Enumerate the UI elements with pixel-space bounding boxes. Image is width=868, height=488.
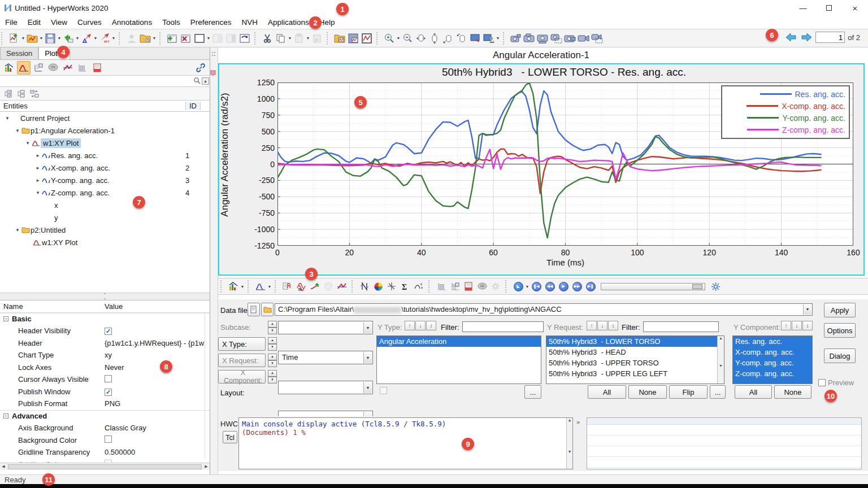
curve-math-icon[interactable] (412, 280, 426, 293)
layout-grid-icon[interactable] (448, 280, 462, 293)
load-file-icon[interactable] (248, 303, 260, 316)
y-request-more-button[interactable]: ... (710, 385, 726, 399)
tree-row[interactable]: ▾ Current Project (0, 112, 210, 124)
list-item[interactable]: 50th% Hybrid3 - HEAD (546, 347, 724, 358)
cursor-always-visible-checkbox[interactable] (105, 375, 112, 382)
props-group-advanced[interactable]: −Advanced (0, 410, 210, 422)
swap-window-icon[interactable] (238, 32, 251, 45)
sort-list-icon[interactable]: ↕ (426, 321, 436, 330)
uncheck-all-icon[interactable] (16, 89, 26, 98)
delete-page-icon[interactable] (179, 32, 193, 45)
user-page-icon[interactable]: 1 (482, 32, 496, 45)
pin-panel-icon[interactable] (210, 70, 218, 77)
prop-row[interactable]: Chart Typexy (0, 349, 210, 361)
capture-region-icon[interactable] (550, 32, 563, 45)
menu-annotations[interactable]: Annotations (107, 17, 157, 28)
matrix-icon[interactable] (76, 61, 89, 75)
video-capture-icon[interactable] (577, 32, 591, 45)
x-component-spinner[interactable]: ▲▼ (268, 370, 277, 384)
panel-handle[interactable]: •••• (210, 47, 218, 474)
rewind-icon[interactable]: ◀◀ (543, 280, 557, 293)
expander-icon[interactable]: ▸ (35, 165, 41, 171)
y-type-list[interactable]: Angular Acceleration (376, 336, 541, 384)
color-palette-icon[interactable] (371, 280, 385, 293)
sort-asc-icon[interactable]: ↑ (405, 321, 415, 330)
console-side-table[interactable] (587, 417, 862, 469)
console-output[interactable]: Main console display active (Tcl8.5.9 / … (238, 417, 573, 469)
x-request-spinner[interactable]: ▲▼ (268, 354, 277, 367)
add-curve-icon[interactable] (308, 280, 322, 293)
sort-list-icon[interactable]: ↕ (802, 321, 813, 330)
panel-splitter[interactable]: ⌃⌄ (0, 293, 210, 300)
data-file-dropdown-icon[interactable]: ▼ (803, 304, 811, 315)
y-type-more-button[interactable]: ... (524, 385, 541, 399)
capture-window-icon[interactable] (536, 32, 550, 45)
menu-view[interactable]: View (46, 17, 72, 28)
sort-desc-icon[interactable]: ↓ (792, 321, 802, 330)
x-type-spinner[interactable]: ▲▼ (268, 337, 277, 351)
open-recent-icon[interactable] (138, 32, 152, 45)
x-component-toggle[interactable]: X Component: (218, 370, 266, 384)
open-session-icon[interactable] (25, 32, 39, 45)
sum-icon[interactable]: Σ (398, 280, 412, 293)
menu-tools[interactable]: Tools (157, 17, 185, 28)
expander-icon[interactable]: ▸ (35, 177, 41, 183)
expander-icon[interactable]: ▾ (25, 140, 31, 146)
menu-curves[interactable]: Curves (72, 17, 107, 28)
y-component-list[interactable]: Res. ang. acc. X-comp. ang. acc. Y-comp.… (732, 336, 813, 384)
properties-hscrollbar[interactable]: ◀▶ (0, 463, 210, 470)
page-number-input[interactable] (815, 32, 845, 43)
paste-special-icon[interactable] (310, 32, 324, 45)
list-item[interactable]: Z-comp. ang. acc. (733, 368, 812, 379)
expander-icon[interactable]: ▾ (15, 128, 20, 133)
expander-icon[interactable]: ▾ (35, 190, 41, 195)
expander-icon[interactable]: ▾ (5, 115, 10, 121)
sort-asc-icon[interactable]: ↑ (781, 321, 791, 330)
y-type-checkbox[interactable] (380, 387, 387, 394)
sort-desc-icon[interactable]: ↓ (597, 321, 607, 330)
list-item[interactable]: Res. ang. acc. (733, 336, 812, 347)
collapse-search-icon[interactable]: ▲ (202, 77, 209, 85)
save-session-icon[interactable] (44, 32, 57, 45)
tree-row[interactable]: ▸ X-comp. ang. acc.2 (0, 162, 210, 174)
annotations-icon[interactable] (46, 61, 60, 75)
x-type-toggle[interactable]: X Type: (218, 337, 266, 351)
tree-row[interactable]: ▾ w1:XY Plot (0, 137, 210, 149)
prop-row[interactable]: Header{p1w1c1.y.HWRequest} - {p1w (0, 337, 210, 350)
background-color-checkbox[interactable] (105, 435, 112, 443)
tree-row[interactable]: y (0, 211, 210, 224)
curve-style-icon[interactable] (254, 280, 267, 293)
axis-scale-icon[interactable] (385, 280, 398, 293)
build-plots-icon[interactable] (281, 280, 294, 293)
expander-icon[interactable]: ▸ (35, 152, 41, 158)
cut-icon[interactable] (261, 32, 274, 45)
maximize-button[interactable] (816, 0, 842, 16)
y-request-none-button[interactable]: None (628, 385, 667, 399)
prop-row[interactable]: Publish Window (0, 386, 210, 398)
session-browser-icon[interactable] (2, 61, 16, 75)
y-request-filter-input[interactable] (643, 321, 719, 332)
tree-row[interactable]: ▾ Z-comp. ang. acc.4 (0, 186, 210, 199)
new-session-icon[interactable] (7, 32, 21, 45)
tab-session[interactable]: Session (0, 47, 38, 59)
expander-icon[interactable]: ▾ (15, 227, 20, 233)
define-curves-icon[interactable]: fx (294, 280, 308, 293)
plot-browser-icon[interactable] (17, 61, 31, 75)
capture-settings-icon[interactable] (563, 32, 577, 45)
y-request-list[interactable]: 50th% Hybrid3 - LOWER TORSO 50th% Hybrid… (546, 336, 724, 384)
search-icon[interactable] (193, 77, 201, 84)
pan-horizontal-icon[interactable] (414, 32, 428, 45)
search-input[interactable] (0, 76, 199, 86)
menu-applications[interactable]: Applications (263, 17, 314, 28)
sort-desc-icon[interactable]: ↓ (415, 321, 426, 330)
capture-save-icon[interactable] (509, 32, 523, 45)
split-window-icon[interactable] (224, 32, 238, 45)
open-report-icon[interactable] (333, 32, 346, 45)
list-item[interactable]: 50th% Hybrid3 - UPPER LEG LEFT (546, 368, 724, 379)
prop-row[interactable]: Publish FormatPNG (0, 398, 210, 410)
data-file-input[interactable]: C:\Program Files\Altair\\tutorials\hwdes… (275, 303, 813, 316)
tree-row[interactable]: ▾ p2:Untitled (0, 224, 210, 236)
video-region-icon[interactable] (591, 32, 604, 45)
list-scrollbar[interactable]: ▲▼ (717, 336, 724, 384)
tree-row[interactable]: ▾ p1:Angular Acceleration-1 (0, 124, 210, 137)
